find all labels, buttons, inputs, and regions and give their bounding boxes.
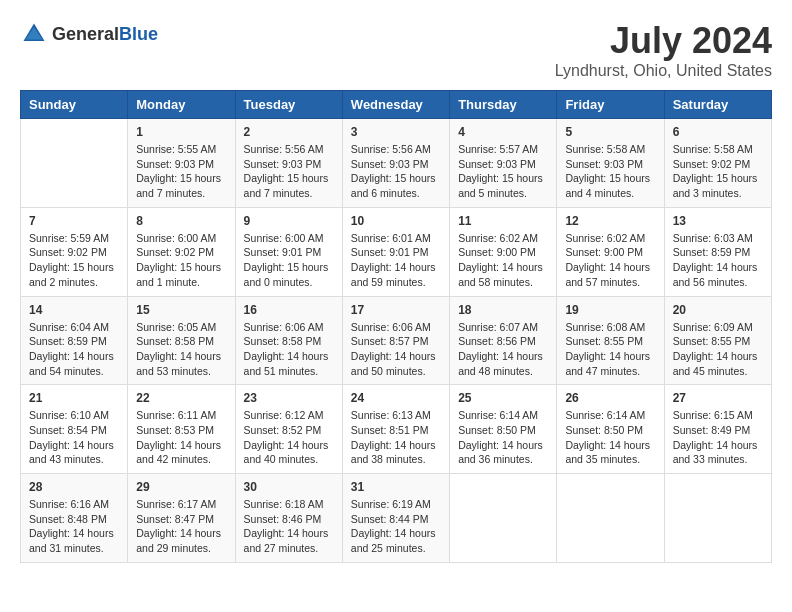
day-info: Sunrise: 5:56 AM Sunset: 9:03 PM Dayligh…	[244, 142, 334, 201]
calendar-cell: 17Sunrise: 6:06 AM Sunset: 8:57 PM Dayli…	[342, 296, 449, 385]
day-number: 20	[673, 303, 763, 317]
day-info: Sunrise: 6:16 AM Sunset: 8:48 PM Dayligh…	[29, 497, 119, 556]
day-info: Sunrise: 5:57 AM Sunset: 9:03 PM Dayligh…	[458, 142, 548, 201]
day-number: 29	[136, 480, 226, 494]
day-info: Sunrise: 5:59 AM Sunset: 9:02 PM Dayligh…	[29, 231, 119, 290]
day-number: 30	[244, 480, 334, 494]
calendar-cell: 9Sunrise: 6:00 AM Sunset: 9:01 PM Daylig…	[235, 207, 342, 296]
weekday-header-wednesday: Wednesday	[342, 91, 449, 119]
calendar-cell	[21, 119, 128, 208]
calendar-cell: 1Sunrise: 5:55 AM Sunset: 9:03 PM Daylig…	[128, 119, 235, 208]
month-title: July 2024	[555, 20, 772, 62]
day-number: 15	[136, 303, 226, 317]
weekday-header-friday: Friday	[557, 91, 664, 119]
day-number: 14	[29, 303, 119, 317]
calendar-cell: 15Sunrise: 6:05 AM Sunset: 8:58 PM Dayli…	[128, 296, 235, 385]
day-number: 2	[244, 125, 334, 139]
logo-icon	[20, 20, 48, 48]
calendar-cell: 3Sunrise: 5:56 AM Sunset: 9:03 PM Daylig…	[342, 119, 449, 208]
weekday-header-monday: Monday	[128, 91, 235, 119]
calendar-cell: 31Sunrise: 6:19 AM Sunset: 8:44 PM Dayli…	[342, 474, 449, 563]
day-number: 9	[244, 214, 334, 228]
day-info: Sunrise: 6:01 AM Sunset: 9:01 PM Dayligh…	[351, 231, 441, 290]
day-number: 19	[565, 303, 655, 317]
day-info: Sunrise: 6:11 AM Sunset: 8:53 PM Dayligh…	[136, 408, 226, 467]
day-info: Sunrise: 6:03 AM Sunset: 8:59 PM Dayligh…	[673, 231, 763, 290]
day-number: 8	[136, 214, 226, 228]
day-info: Sunrise: 6:18 AM Sunset: 8:46 PM Dayligh…	[244, 497, 334, 556]
calendar-cell	[557, 474, 664, 563]
day-number: 7	[29, 214, 119, 228]
day-info: Sunrise: 6:06 AM Sunset: 8:58 PM Dayligh…	[244, 320, 334, 379]
weekday-header-saturday: Saturday	[664, 91, 771, 119]
calendar-cell	[664, 474, 771, 563]
day-info: Sunrise: 6:02 AM Sunset: 9:00 PM Dayligh…	[458, 231, 548, 290]
calendar-cell: 30Sunrise: 6:18 AM Sunset: 8:46 PM Dayli…	[235, 474, 342, 563]
day-number: 10	[351, 214, 441, 228]
day-number: 21	[29, 391, 119, 405]
day-info: Sunrise: 6:14 AM Sunset: 8:50 PM Dayligh…	[458, 408, 548, 467]
day-info: Sunrise: 6:00 AM Sunset: 9:01 PM Dayligh…	[244, 231, 334, 290]
weekday-header-thursday: Thursday	[450, 91, 557, 119]
weekday-header-row: SundayMondayTuesdayWednesdayThursdayFrid…	[21, 91, 772, 119]
day-number: 13	[673, 214, 763, 228]
calendar-cell: 2Sunrise: 5:56 AM Sunset: 9:03 PM Daylig…	[235, 119, 342, 208]
day-number: 12	[565, 214, 655, 228]
location-title: Lyndhurst, Ohio, United States	[555, 62, 772, 80]
weekday-header-sunday: Sunday	[21, 91, 128, 119]
day-info: Sunrise: 6:08 AM Sunset: 8:55 PM Dayligh…	[565, 320, 655, 379]
calendar-cell: 27Sunrise: 6:15 AM Sunset: 8:49 PM Dayli…	[664, 385, 771, 474]
calendar-cell: 19Sunrise: 6:08 AM Sunset: 8:55 PM Dayli…	[557, 296, 664, 385]
day-number: 18	[458, 303, 548, 317]
calendar-cell: 24Sunrise: 6:13 AM Sunset: 8:51 PM Dayli…	[342, 385, 449, 474]
calendar-cell: 21Sunrise: 6:10 AM Sunset: 8:54 PM Dayli…	[21, 385, 128, 474]
calendar-cell: 8Sunrise: 6:00 AM Sunset: 9:02 PM Daylig…	[128, 207, 235, 296]
logo-text-general: General	[52, 24, 119, 44]
day-number: 6	[673, 125, 763, 139]
day-number: 24	[351, 391, 441, 405]
calendar-week-row: 21Sunrise: 6:10 AM Sunset: 8:54 PM Dayli…	[21, 385, 772, 474]
day-info: Sunrise: 6:19 AM Sunset: 8:44 PM Dayligh…	[351, 497, 441, 556]
day-number: 3	[351, 125, 441, 139]
calendar-cell: 28Sunrise: 6:16 AM Sunset: 8:48 PM Dayli…	[21, 474, 128, 563]
calendar-cell: 26Sunrise: 6:14 AM Sunset: 8:50 PM Dayli…	[557, 385, 664, 474]
day-info: Sunrise: 5:58 AM Sunset: 9:02 PM Dayligh…	[673, 142, 763, 201]
calendar-week-row: 28Sunrise: 6:16 AM Sunset: 8:48 PM Dayli…	[21, 474, 772, 563]
day-number: 17	[351, 303, 441, 317]
calendar-cell: 14Sunrise: 6:04 AM Sunset: 8:59 PM Dayli…	[21, 296, 128, 385]
day-number: 11	[458, 214, 548, 228]
day-number: 28	[29, 480, 119, 494]
day-number: 1	[136, 125, 226, 139]
calendar-cell: 16Sunrise: 6:06 AM Sunset: 8:58 PM Dayli…	[235, 296, 342, 385]
calendar-cell: 29Sunrise: 6:17 AM Sunset: 8:47 PM Dayli…	[128, 474, 235, 563]
calendar-table: SundayMondayTuesdayWednesdayThursdayFrid…	[20, 90, 772, 563]
day-info: Sunrise: 5:56 AM Sunset: 9:03 PM Dayligh…	[351, 142, 441, 201]
day-info: Sunrise: 6:10 AM Sunset: 8:54 PM Dayligh…	[29, 408, 119, 467]
day-info: Sunrise: 5:58 AM Sunset: 9:03 PM Dayligh…	[565, 142, 655, 201]
calendar-cell: 18Sunrise: 6:07 AM Sunset: 8:56 PM Dayli…	[450, 296, 557, 385]
day-info: Sunrise: 6:07 AM Sunset: 8:56 PM Dayligh…	[458, 320, 548, 379]
day-info: Sunrise: 6:12 AM Sunset: 8:52 PM Dayligh…	[244, 408, 334, 467]
day-number: 5	[565, 125, 655, 139]
calendar-cell	[450, 474, 557, 563]
day-number: 22	[136, 391, 226, 405]
calendar-cell: 4Sunrise: 5:57 AM Sunset: 9:03 PM Daylig…	[450, 119, 557, 208]
calendar-week-row: 1Sunrise: 5:55 AM Sunset: 9:03 PM Daylig…	[21, 119, 772, 208]
day-number: 27	[673, 391, 763, 405]
calendar-cell: 25Sunrise: 6:14 AM Sunset: 8:50 PM Dayli…	[450, 385, 557, 474]
day-info: Sunrise: 6:15 AM Sunset: 8:49 PM Dayligh…	[673, 408, 763, 467]
day-info: Sunrise: 6:00 AM Sunset: 9:02 PM Dayligh…	[136, 231, 226, 290]
day-info: Sunrise: 5:55 AM Sunset: 9:03 PM Dayligh…	[136, 142, 226, 201]
day-number: 23	[244, 391, 334, 405]
weekday-header-tuesday: Tuesday	[235, 91, 342, 119]
calendar-week-row: 7Sunrise: 5:59 AM Sunset: 9:02 PM Daylig…	[21, 207, 772, 296]
logo-text-blue: Blue	[119, 24, 158, 44]
calendar-cell: 23Sunrise: 6:12 AM Sunset: 8:52 PM Dayli…	[235, 385, 342, 474]
calendar-cell: 10Sunrise: 6:01 AM Sunset: 9:01 PM Dayli…	[342, 207, 449, 296]
calendar-cell: 13Sunrise: 6:03 AM Sunset: 8:59 PM Dayli…	[664, 207, 771, 296]
day-info: Sunrise: 6:09 AM Sunset: 8:55 PM Dayligh…	[673, 320, 763, 379]
calendar-cell: 5Sunrise: 5:58 AM Sunset: 9:03 PM Daylig…	[557, 119, 664, 208]
calendar-cell: 6Sunrise: 5:58 AM Sunset: 9:02 PM Daylig…	[664, 119, 771, 208]
calendar-week-row: 14Sunrise: 6:04 AM Sunset: 8:59 PM Dayli…	[21, 296, 772, 385]
day-number: 31	[351, 480, 441, 494]
